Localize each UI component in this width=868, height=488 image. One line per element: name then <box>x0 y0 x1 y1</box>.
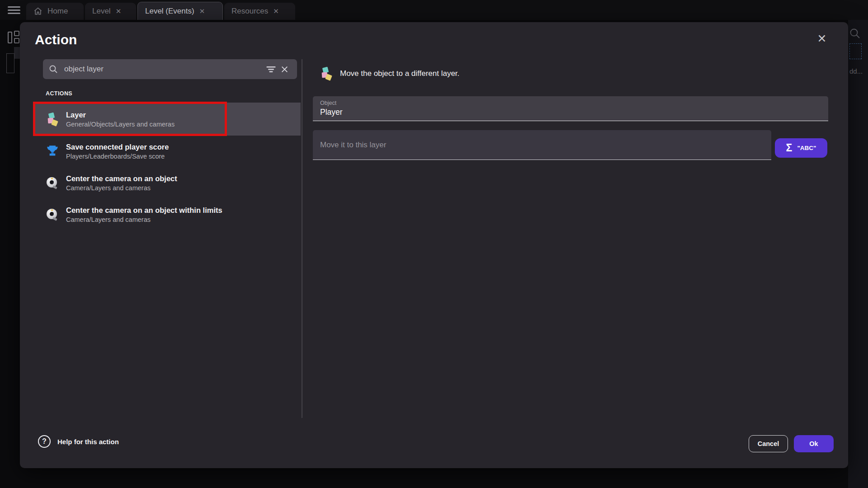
dialog-title: Action <box>35 32 77 47</box>
background-search-icon <box>849 28 860 41</box>
layer-field <box>313 130 771 160</box>
expression-button-label: "ABC" <box>797 145 816 151</box>
tab-level-close-icon[interactable]: ✕ <box>116 7 122 15</box>
tab-resources-close-icon[interactable]: ✕ <box>273 7 279 15</box>
filter-icon[interactable] <box>264 62 278 76</box>
action-dialog: Action ✕ object layer ACTIONS <box>20 22 848 468</box>
tab-level-events-label: Level (Events) <box>145 7 194 16</box>
tab-home-label: Home <box>47 7 68 16</box>
clear-search-icon[interactable] <box>278 62 291 76</box>
help-link[interactable]: ? Help for this action <box>38 435 119 448</box>
webcam-icon <box>46 177 60 189</box>
dialog-close-icon[interactable]: ✕ <box>814 30 830 47</box>
ok-button[interactable]: Ok <box>794 435 834 452</box>
webcam-icon <box>46 208 60 221</box>
action-title: Center the camera on an object <box>66 174 177 183</box>
action-subtitle: Players/Leaderboards/Save score <box>66 153 169 160</box>
tab-resources[interactable]: Resources ✕ <box>224 3 295 20</box>
action-search-input[interactable]: object layer <box>43 59 297 79</box>
background-dashed-selection <box>849 43 862 59</box>
background-left-patch <box>14 47 20 59</box>
action-subtitle: General/Objects/Layers and cameras <box>66 121 175 128</box>
sigma-icon: Σ <box>786 143 793 153</box>
layers-icon <box>320 67 334 80</box>
background-outline-box <box>6 53 14 73</box>
tab-level-label: Level <box>92 7 111 16</box>
action-subtitle: Camera/Layers and cameras <box>66 216 222 223</box>
action-item-center-camera-limits[interactable]: Center the camera on an object within li… <box>35 199 301 230</box>
panels-layout-icon <box>8 31 20 43</box>
help-label: Help for this action <box>57 438 119 446</box>
background-truncated-text: dd... <box>849 67 863 75</box>
hamburger-menu-icon[interactable] <box>8 6 20 14</box>
tab-home[interactable]: Home <box>26 3 84 20</box>
home-icon <box>33 7 42 16</box>
object-field-value: Player <box>320 108 821 117</box>
search-icon <box>49 65 58 74</box>
tab-resources-label: Resources <box>231 7 268 16</box>
action-item-layer[interactable]: Layer General/Objects/Layers and cameras <box>35 103 301 136</box>
top-tab-bar: Home Level ✕ Level (Events) ✕ Resources … <box>0 0 868 20</box>
tab-level[interactable]: Level ✕ <box>85 3 136 20</box>
help-icon: ? <box>38 435 51 448</box>
action-item-center-camera[interactable]: Center the camera on an object Camera/La… <box>35 167 301 199</box>
actions-list: Layer General/Objects/Layers and cameras… <box>35 103 301 230</box>
action-title: Layer <box>66 111 175 119</box>
object-field-label: Object <box>320 100 821 106</box>
action-item-save-score[interactable]: Save connected player score Players/Lead… <box>35 136 301 167</box>
layers-icon <box>46 113 60 126</box>
trophy-icon <box>46 145 60 158</box>
tab-level-events-close-icon[interactable]: ✕ <box>199 7 205 15</box>
action-title: Center the camera on an object within li… <box>66 206 222 215</box>
expression-editor-button[interactable]: Σ "ABC" <box>775 138 827 158</box>
action-title: Save connected player score <box>66 143 169 151</box>
layer-input[interactable] <box>320 141 764 150</box>
tab-level-events[interactable]: Level (Events) ✕ <box>137 2 223 20</box>
panel-divider <box>302 59 302 418</box>
action-description: Move the object to a different layer. <box>340 69 459 78</box>
background-right-panel <box>848 20 868 488</box>
search-value: object layer <box>64 65 264 74</box>
actions-list-header: ACTIONS <box>46 90 72 97</box>
object-field[interactable]: Object Player <box>313 96 828 121</box>
action-subtitle: Camera/Layers and cameras <box>66 184 177 192</box>
cancel-button[interactable]: Cancel <box>749 435 788 452</box>
